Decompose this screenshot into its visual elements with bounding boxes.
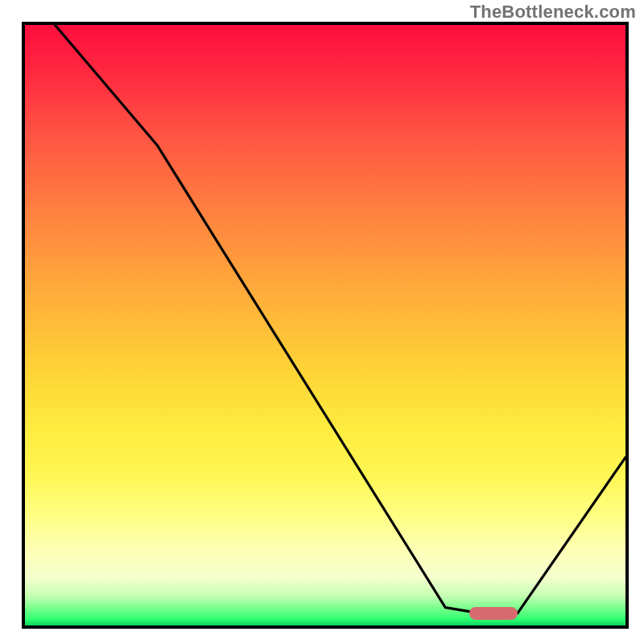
bottleneck-curve: [25, 25, 625, 625]
optimal-range-marker: [469, 607, 518, 620]
attribution-text: TheBottleneck.com: [470, 2, 636, 23]
chart-plot-area: [22, 22, 629, 629]
